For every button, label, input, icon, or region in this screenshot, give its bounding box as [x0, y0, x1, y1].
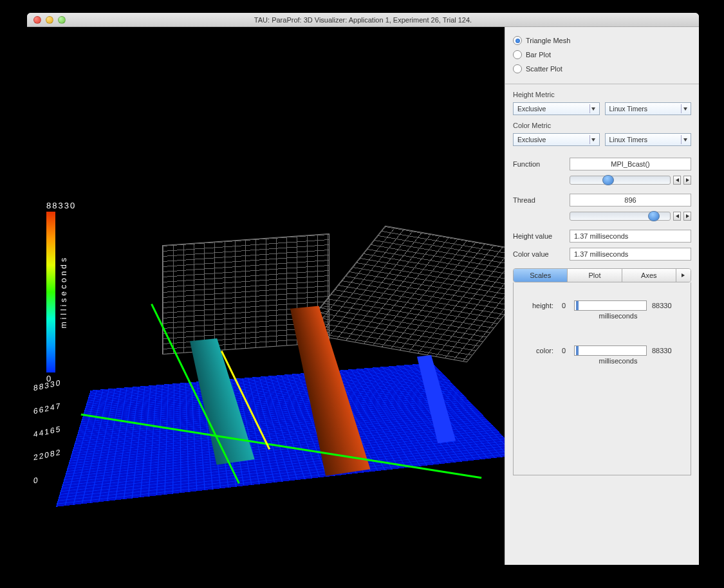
color-metric-source-combo[interactable]: Linux Timers	[605, 133, 692, 146]
scale-color-min: 0	[559, 347, 569, 354]
function-label: Function	[513, 160, 563, 168]
tab-content-scales: height: 0 88330 milliseconds color: 0 88…	[513, 282, 691, 475]
combo-value: Linux Timers	[609, 136, 648, 143]
thread-slider[interactable]	[570, 212, 671, 221]
function-field[interactable]: MPI_Bcast()	[570, 158, 691, 170]
scale-height-min: 0	[559, 302, 569, 309]
radio-scatter-plot[interactable]: Scatter Plot	[513, 62, 691, 76]
traffic-lights	[27, 16, 66, 24]
color-value-field: 1.37 milliseconds	[570, 248, 691, 261]
window-title: TAU: ParaProf: 3D Visualizer: Applicatio…	[27, 16, 699, 24]
radio-label: Scatter Plot	[526, 65, 562, 73]
app-window: TAU: ParaProf: 3D Visualizer: Applicatio…	[27, 13, 699, 565]
slider-thumb[interactable]	[576, 346, 579, 355]
thread-label: Thread	[513, 196, 563, 204]
plot-3d[interactable]	[104, 239, 503, 535]
triangle-right-icon	[686, 178, 689, 182]
scale-color-slider[interactable]	[574, 345, 647, 356]
thread-prev-button[interactable]	[673, 212, 681, 221]
slider-thumb[interactable]	[648, 211, 660, 221]
scale-height-label: height:	[523, 302, 553, 309]
close-icon[interactable]	[33, 16, 41, 24]
scale-color-max: 88330	[652, 347, 682, 354]
tab-plot[interactable]: Plot	[568, 269, 622, 282]
color-metric-type-combo[interactable]: Exclusive	[513, 133, 600, 146]
radio-label: Bar Plot	[526, 51, 551, 59]
colorbar-gradient	[46, 212, 55, 372]
radio-icon	[513, 36, 522, 45]
function-next-button[interactable]	[683, 176, 691, 185]
content-area: 88330 milliseconds 0 88330 66247 44165 2…	[27, 27, 699, 565]
function-prev-button[interactable]	[673, 176, 681, 185]
slider-thumb[interactable]	[602, 175, 614, 185]
colorbar-max: 88330	[46, 201, 76, 210]
slider-thumb[interactable]	[576, 301, 579, 310]
tab-bar: Scales Plot Axes	[513, 268, 691, 282]
zoom-icon[interactable]	[58, 16, 66, 24]
chevron-down-icon	[681, 135, 689, 144]
height-metric-label: Height Metric	[513, 91, 691, 98]
radio-icon	[513, 50, 522, 59]
colorbar-unit-label: milliseconds	[59, 255, 68, 328]
radio-label: Triangle Mesh	[526, 37, 570, 44]
combo-value: Exclusive	[517, 105, 546, 113]
z-tick: 0	[33, 470, 61, 485]
titlebar[interactable]: TAU: ParaProf: 3D Visualizer: Applicatio…	[27, 13, 699, 27]
combo-value: Linux Timers	[609, 105, 648, 113]
scale-height-unit: milliseconds	[555, 312, 682, 320]
triangle-right-icon	[682, 273, 685, 277]
z-tick: 66247	[33, 401, 61, 416]
chevron-down-icon	[589, 104, 597, 113]
side-panel: Triangle Mesh Bar Plot Scatter Plot Heig…	[505, 27, 699, 565]
triangle-right-icon	[686, 214, 689, 218]
tab-scales[interactable]: Scales	[514, 269, 568, 282]
radio-icon	[513, 64, 522, 73]
chevron-down-icon	[681, 104, 689, 113]
height-value-label: Height value	[513, 232, 563, 240]
radio-triangle-mesh[interactable]: Triangle Mesh	[513, 33, 691, 48]
plot-type-group: Triangle Mesh Bar Plot Scatter Plot	[513, 33, 691, 76]
height-metric-type-combo[interactable]: Exclusive	[513, 102, 600, 115]
minimize-icon[interactable]	[46, 16, 53, 24]
z-tick: 88330	[33, 378, 61, 392]
triangle-left-icon	[676, 214, 679, 218]
radio-bar-plot[interactable]: Bar Plot	[513, 48, 691, 62]
color-value-label: Color value	[513, 250, 563, 258]
thread-field[interactable]: 896	[570, 194, 691, 207]
tab-overflow-button[interactable]	[676, 269, 691, 282]
visualization-canvas[interactable]: 88330 milliseconds 0 88330 66247 44165 2…	[27, 27, 505, 565]
thread-next-button[interactable]	[683, 212, 691, 221]
divider	[505, 84, 699, 84]
z-tick: 22082	[33, 447, 61, 462]
scale-height-slider[interactable]	[574, 300, 647, 311]
colorbar: 88330 milliseconds 0	[46, 201, 91, 383]
tab-axes[interactable]: Axes	[622, 269, 676, 282]
height-metric-source-combo[interactable]: Linux Timers	[605, 102, 692, 115]
chevron-down-icon	[589, 135, 597, 144]
color-metric-label: Color Metric	[513, 122, 691, 129]
scale-height-max: 88330	[652, 302, 682, 309]
z-axis-ticks: 88330 66247 44165 22082 0	[33, 381, 61, 497]
scale-color-label: color:	[523, 347, 553, 354]
height-value-field: 1.37 milliseconds	[570, 230, 691, 243]
function-slider[interactable]	[570, 176, 671, 185]
z-tick: 44165	[33, 424, 61, 439]
combo-value: Exclusive	[517, 136, 546, 143]
scale-color-unit: milliseconds	[555, 357, 682, 365]
triangle-left-icon	[676, 178, 679, 182]
